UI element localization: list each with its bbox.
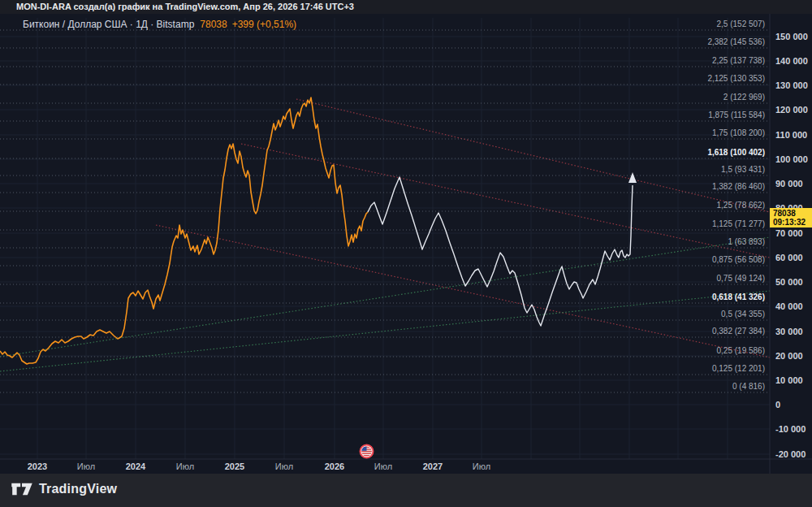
fib-level-label: 1,382 (86 460): [712, 182, 765, 191]
trend-line-red[interactable]: [241, 144, 770, 258]
fib-level-label: 1,25 (78 662): [717, 201, 766, 210]
time-axis-label: 2023: [28, 462, 47, 471]
price-axis-label: 130 000: [775, 80, 808, 90]
fib-level-label: 2,382 (145 536): [707, 37, 765, 46]
fib-level-label: 0,875 (56 508): [712, 255, 765, 264]
fib-level-label: 2,5 (152 507): [717, 20, 766, 28]
price-axis-label: -20 000: [775, 449, 806, 459]
tradingview-logo-icon: [11, 481, 32, 497]
price-tag-price: 78038: [773, 209, 812, 218]
time-axis-label: 2025: [225, 462, 244, 471]
price-axis-label: 60 000: [775, 253, 803, 262]
trend-lines-layer: [0, 99, 770, 371]
time-axis-label: 2026: [325, 462, 344, 471]
price-series-projection[interactable]: [368, 177, 633, 326]
price-series-history: [0, 98, 368, 364]
trend-line-red[interactable]: [296, 99, 770, 212]
fib-level-label: 1,875 (115 584): [708, 110, 765, 119]
legend-change: +399 (+0,51%): [232, 19, 296, 30]
price-axis-label: 10 000: [775, 375, 803, 385]
fib-level-label: 1,125 (71 277): [712, 219, 765, 228]
legend-price: 78038: [200, 19, 227, 30]
snapshot-attribution: MON-DI-ARA создал(а) график на TradingVi…: [16, 2, 354, 11]
fib-level-label: 2,25 (137 738): [712, 56, 765, 65]
time-axis-label: 2024: [126, 462, 146, 471]
price-axis-label: -10 000: [775, 424, 806, 434]
grid-layer: [0, 18, 770, 459]
fib-level-label: 0 (4 816): [732, 382, 765, 391]
fib-level-label: 0,618 (41 326): [712, 292, 765, 301]
header-bar: MON-DI-ARA создал(а) график на TradingVi…: [0, 0, 812, 14]
fib-level-label: 1,5 (93 431): [721, 165, 765, 174]
fib-level-label: 2 (122 969): [723, 93, 765, 102]
legend-symbol-text: Биткоин / Доллар США · 1Д · Bitstamp: [23, 19, 194, 30]
price-axis-label: 140 000: [775, 56, 808, 66]
trend-line-green[interactable]: [0, 237, 770, 357]
time-axis-label: Июл: [275, 462, 293, 471]
symbol-legend[interactable]: Биткоин / Доллар США · 1Д · Bitstamp7803…: [23, 19, 296, 30]
time-axis-label: Июл: [473, 462, 490, 471]
time-axis-label: Июл: [176, 462, 194, 471]
flag-stripe: [361, 451, 373, 452]
chart-canvas[interactable]: 2,5 (152 507)2,382 (145 536)2,25 (137 73…: [0, 14, 812, 474]
fib-level-label: 1,618 (100 402): [707, 148, 765, 157]
price-axis-label: 150 000: [775, 32, 808, 41]
footer-bar: TradingView: [0, 474, 812, 507]
price-axis-label: 50 000: [775, 277, 803, 287]
time-axis-label: Июл: [374, 462, 392, 471]
fib-level-label: 0,125 (12 201): [712, 364, 765, 373]
price-axis-label: 120 000: [775, 105, 808, 115]
time-axis-label: 2027: [423, 462, 443, 471]
flag-stripe: [361, 453, 373, 453]
fib-level-label: 2,125 (130 353): [707, 74, 765, 83]
fib-level-label: 1 (63 893): [728, 237, 765, 246]
fib-level-label: 0,5 (34 355): [721, 310, 765, 318]
tradingview-snapshot: MON-DI-ARA создал(а) график на TradingVi…: [0, 0, 812, 507]
fib-level-label: 0,75 (49 124): [717, 274, 766, 283]
price-axis-label: 90 000: [775, 179, 803, 188]
price-tag-countdown: 09:13:32: [773, 218, 812, 227]
price-axis-label: 0: [775, 400, 780, 410]
fib-level-label: 0,25 (19 586): [717, 346, 766, 355]
event-marker[interactable]: [361, 445, 374, 458]
fib-level-label: 1,75 (108 200): [712, 128, 765, 137]
tradingview-logo-text: TradingView: [39, 482, 117, 496]
price-axis-label: 20 000: [775, 351, 803, 361]
time-axis-label: Июл: [77, 462, 95, 471]
chart-pane: 2,5 (152 507)2,382 (145 536)2,25 (137 73…: [0, 14, 812, 474]
price-axis-label: 110 000: [775, 130, 807, 140]
tradingview-logo[interactable]: TradingView: [11, 481, 117, 497]
price-axis-label: 70 000: [775, 228, 803, 238]
price-axis-label: 30 000: [775, 327, 803, 336]
price-axis-label: 40 000: [775, 301, 803, 311]
time-axis[interactable]: 2023Июл2024Июл2025Июл2026Июл2027Июл: [28, 462, 490, 471]
price-axis-label: 100 000: [775, 154, 808, 164]
price-tag: 78038 09:13:32: [770, 208, 812, 228]
fib-level-label: 0,382 (27 384): [712, 327, 765, 336]
price-axis[interactable]: 150 000140 000130 000120 000110 000100 0…: [775, 32, 808, 459]
